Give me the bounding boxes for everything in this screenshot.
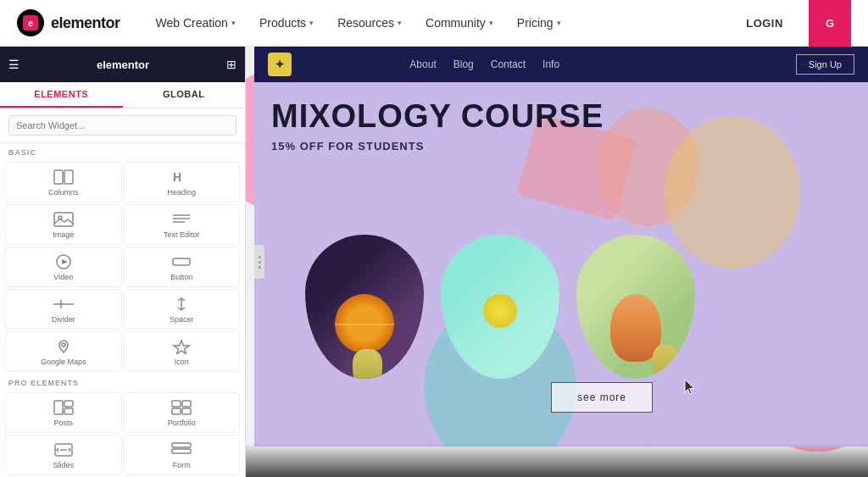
tab-global[interactable]: GLOBAL: [123, 82, 246, 108]
site-preview: ✦ About Blog Contact Info Sign Up MIXOLO…: [254, 47, 868, 477]
nav-item-label: Web Creation: [156, 16, 228, 30]
top-navigation: e elementor Web Creation ▾ Products ▾ Re…: [0, 0, 868, 47]
grid-icon[interactable]: ⊞: [226, 58, 236, 71]
dot: [259, 261, 261, 263]
site-logo-icon: ✦: [268, 53, 292, 76]
site-nav-contact[interactable]: Contact: [491, 58, 526, 70]
chevron-down-icon: ▾: [398, 19, 402, 27]
site-nav-about[interactable]: About: [409, 58, 436, 70]
tab-elements[interactable]: ELEMENTS: [0, 82, 123, 108]
nav-item-resources[interactable]: Resources ▾: [327, 11, 412, 35]
site-signup-button[interactable]: Sign Up: [796, 54, 854, 75]
widget-spacer[interactable]: Spacer: [124, 289, 241, 330]
basic-widgets-grid: Columns H Heading Image: [0, 160, 245, 374]
widget-label: Form: [173, 461, 191, 469]
pro-section-label: PRO ELEMENTS: [0, 374, 245, 391]
basic-section-label: BASIC: [0, 143, 245, 160]
nav-item-community[interactable]: Community ▾: [415, 11, 504, 35]
fruit-egg-1: [305, 235, 424, 379]
widget-label: Posts: [53, 419, 73, 427]
nav-right: LOGIN G: [729, 0, 851, 47]
svg-text:H: H: [173, 170, 181, 184]
widget-slides[interactable]: Slides: [5, 435, 122, 475]
widget-button[interactable]: Button: [124, 247, 241, 287]
nav-item-products[interactable]: Products ▾: [249, 11, 324, 35]
chevron-down-icon: ▾: [557, 19, 561, 27]
widget-google-maps[interactable]: Google Maps: [5, 331, 122, 372]
nav-item-label: Resources: [337, 16, 394, 30]
widget-video[interactable]: Video: [5, 247, 122, 287]
widget-label: Text Editor: [164, 230, 200, 239]
main-content: ☰ elementor ⊞ ELEMENTS GLOBAL BASIC: [0, 47, 868, 477]
hero-title: MIXOLOGY COURSE: [271, 99, 851, 135]
logo-e-letter: e: [28, 18, 33, 28]
pro-widgets-grid: Posts Portfolio Slides: [0, 391, 245, 477]
widget-text-editor[interactable]: Text Editor: [124, 204, 241, 245]
fruit-egg-2: [441, 235, 559, 379]
nav-item-label: Community: [426, 16, 486, 30]
svg-rect-1: [64, 170, 73, 184]
search-input[interactable]: [8, 115, 236, 136]
slides-icon: [53, 442, 74, 458]
svg-rect-10: [173, 258, 190, 265]
site-inner-nav: ✦ About Blog Contact Info Sign Up: [254, 47, 868, 82]
dot: [259, 266, 261, 269]
bottom-fade: [246, 443, 868, 477]
form-icon: [171, 442, 192, 458]
widget-label: Divider: [52, 315, 75, 324]
portfolio-icon: [171, 400, 192, 415]
svg-rect-0: [54, 170, 63, 184]
svg-point-14: [62, 343, 65, 347]
site-nav-links: About Blog Contact Info: [409, 58, 559, 70]
widget-heading[interactable]: H Heading: [124, 162, 241, 202]
svg-rect-21: [172, 408, 181, 414]
heading-icon: H: [171, 169, 192, 185]
orange-decoration: [335, 294, 394, 353]
sidebar-search-area: [0, 108, 245, 143]
sidebar: ☰ elementor ⊞ ELEMENTS GLOBAL BASIC: [0, 47, 246, 477]
svg-rect-18: [64, 408, 73, 414]
widget-label: Spacer: [170, 315, 194, 324]
nav-item-label: Pricing: [517, 16, 554, 30]
widget-icon[interactable]: Icon: [124, 331, 241, 372]
see-more-button[interactable]: see more: [551, 382, 653, 413]
login-button[interactable]: LOGIN: [729, 10, 800, 36]
widget-columns[interactable]: Columns: [5, 162, 122, 202]
columns-icon: [53, 169, 74, 185]
widget-label: Portfolio: [168, 419, 196, 427]
svg-marker-9: [62, 259, 68, 264]
button-icon: [171, 254, 192, 269]
widget-divider[interactable]: Divider: [5, 289, 122, 330]
dot: [259, 256, 261, 258]
widget-posts[interactable]: Posts: [5, 392, 122, 433]
nav-item-web-creation[interactable]: Web Creation ▾: [146, 11, 246, 35]
pear-decoration-1: [353, 349, 382, 379]
svg-rect-3: [54, 213, 73, 226]
expand-handle[interactable]: [254, 245, 264, 279]
chevron-down-icon: ▾: [489, 19, 493, 27]
widget-label: Button: [170, 273, 192, 281]
pear-decoration-2: [653, 345, 678, 379]
site-nav-info[interactable]: Info: [542, 58, 559, 70]
widget-portfolio[interactable]: Portfolio: [124, 392, 241, 433]
svg-rect-16: [54, 401, 63, 414]
go-button[interactable]: G: [809, 0, 851, 47]
svg-rect-25: [172, 443, 191, 447]
canvas-area: ✦ About Blog Contact Info Sign Up MIXOLO…: [246, 47, 868, 477]
logo-text: elementor: [51, 14, 120, 32]
svg-rect-22: [182, 408, 191, 414]
chevron-down-icon: ▾: [231, 19, 236, 27]
nav-item-pricing[interactable]: Pricing ▾: [507, 11, 571, 35]
sidebar-top-bar: ☰ elementor ⊞: [0, 47, 245, 82]
video-icon: [53, 254, 74, 269]
fruit-eggs: [305, 235, 695, 379]
widget-form[interactable]: Form: [124, 435, 241, 475]
site-nav-blog[interactable]: Blog: [453, 58, 474, 70]
widget-image[interactable]: Image: [5, 204, 122, 245]
chevron-down-icon: ▾: [309, 19, 314, 27]
logo-area[interactable]: e elementor: [17, 9, 120, 36]
svg-rect-19: [172, 401, 181, 407]
widget-label: Google Maps: [41, 358, 86, 366]
hamburger-icon[interactable]: ☰: [8, 58, 19, 71]
nav-item-label: Products: [259, 16, 306, 30]
